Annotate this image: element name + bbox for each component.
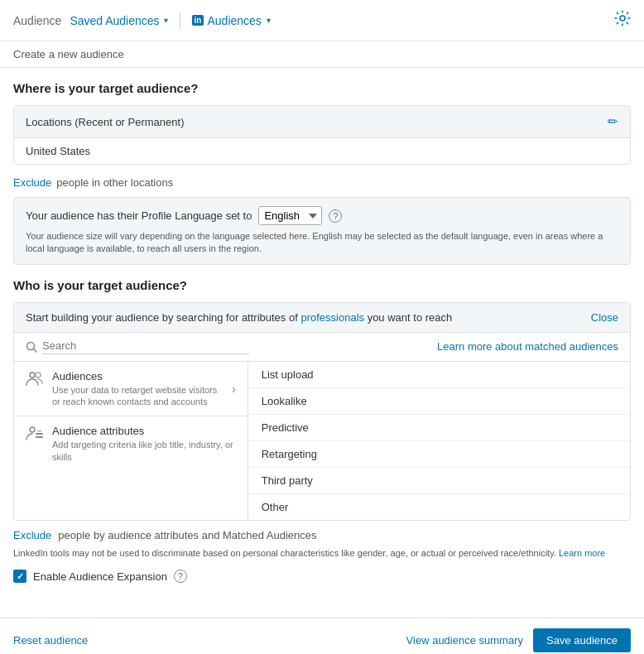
disclaimer-learn-more-link[interactable]: Learn more bbox=[559, 548, 605, 558]
linkedin-icon: in bbox=[192, 15, 204, 26]
right-item-predictive[interactable]: Predictive bbox=[248, 415, 630, 441]
where-title: Where is your target audience? bbox=[13, 81, 631, 95]
search-row: Learn more about matched audiences bbox=[14, 333, 630, 362]
svg-line-2 bbox=[34, 349, 37, 352]
create-new-label: Create a new audience bbox=[0, 41, 644, 68]
audience-attributes-category-text: Audience attributes Add targeting criter… bbox=[52, 425, 236, 463]
saved-audiences-chevron-icon: ▾ bbox=[164, 16, 168, 25]
exclude-audience-row: Exclude people by audience attributes an… bbox=[13, 521, 631, 546]
save-audience-button[interactable]: Save audience bbox=[533, 628, 631, 652]
reset-audience-button[interactable]: Reset audience bbox=[13, 634, 88, 647]
header-left: Audience Saved Audiences ▾ in Audiences … bbox=[13, 12, 271, 29]
search-header-highlight: professionals bbox=[300, 311, 364, 324]
right-item-list-upload[interactable]: List upload bbox=[248, 362, 630, 388]
linkedin-audiences-chevron-icon: ▾ bbox=[267, 16, 271, 25]
audience-attributes-cat-desc: Add targeting criteria like job title, i… bbox=[52, 439, 236, 463]
audience-attributes-cat-title: Audience attributes bbox=[52, 425, 236, 437]
audiences-cat-title: Audiences bbox=[52, 370, 223, 382]
svg-point-3 bbox=[30, 373, 35, 377]
svg-point-5 bbox=[30, 427, 35, 432]
who-title: Who is your target audience? bbox=[13, 278, 631, 292]
audiences-icon bbox=[26, 371, 44, 386]
right-item-lookalike[interactable]: Lookalike bbox=[248, 388, 630, 415]
svg-rect-7 bbox=[36, 436, 43, 438]
audiences-category-text: Audiences Use your data to retarget webs… bbox=[52, 370, 223, 408]
right-item-retargeting[interactable]: Retargeting bbox=[248, 441, 630, 468]
exclude-location-row: Exclude people in other locations bbox=[13, 173, 631, 197]
language-select[interactable]: English French German Spanish bbox=[258, 206, 322, 225]
location-box: Locations (Recent or Permanent) ✏ United… bbox=[13, 105, 631, 165]
exclude-audience-link[interactable]: Exclude bbox=[13, 529, 51, 541]
search-icon bbox=[26, 341, 37, 353]
location-value: United States bbox=[14, 138, 630, 164]
settings-button[interactable] bbox=[614, 10, 631, 31]
svg-point-0 bbox=[620, 16, 625, 21]
audience-attributes-category-item[interactable]: Audience attributes Add targeting criter… bbox=[14, 416, 248, 471]
saved-audiences-label: Saved Audiences bbox=[70, 14, 159, 27]
search-header: Start building your audience by searchin… bbox=[14, 303, 630, 333]
left-categories: Audiences Use your data to retarget webs… bbox=[14, 362, 248, 520]
location-header: Locations (Recent or Permanent) ✏ bbox=[14, 106, 630, 138]
header-divider bbox=[180, 12, 180, 29]
footer-right: View audience summary Save audience bbox=[406, 628, 631, 652]
audiences-cat-desc: Use your data to retarget website visito… bbox=[52, 384, 223, 408]
right-item-other[interactable]: Other bbox=[248, 494, 630, 520]
language-box: Your audience has their Profile Language… bbox=[13, 197, 631, 265]
exclude-location-link[interactable]: Exclude bbox=[13, 176, 51, 189]
right-item-third-party[interactable]: Third party bbox=[248, 468, 630, 494]
exclude-location-text: people in other locations bbox=[56, 176, 173, 189]
where-section: Where is your target audience? Locations… bbox=[13, 81, 631, 265]
expansion-label: Enable Audience Expansion bbox=[33, 570, 167, 583]
audience-attributes-category-inner: Audience attributes Add targeting criter… bbox=[26, 425, 236, 463]
expansion-help-icon[interactable]: ? bbox=[174, 570, 187, 583]
enable-expansion-row: Enable Audience Expansion ? bbox=[13, 570, 631, 583]
location-header-title: Locations (Recent or Permanent) bbox=[26, 116, 184, 128]
right-categories: List upload Lookalike Predictive Retarge… bbox=[248, 362, 630, 520]
learn-more-matched-audiences-link[interactable]: Learn more about matched audiences bbox=[437, 340, 618, 353]
audiences-cat-icon bbox=[26, 371, 44, 390]
search-header-text: Start building your audience by searchin… bbox=[26, 311, 452, 324]
expansion-checkbox[interactable] bbox=[13, 570, 26, 583]
footer: Reset audience View audience summary Sav… bbox=[0, 618, 644, 654]
view-summary-button[interactable]: View audience summary bbox=[406, 634, 523, 647]
linkedin-audiences-label: Audiences bbox=[207, 14, 261, 27]
audience-label: Audience bbox=[13, 14, 61, 27]
exclude-audience-text: people by audience attributes and Matche… bbox=[58, 529, 316, 541]
audiences-chevron-icon: › bbox=[232, 382, 236, 396]
audiences-category-item[interactable]: Audiences Use your data to retarget webs… bbox=[14, 362, 248, 417]
search-input-wrap bbox=[26, 339, 437, 354]
disclaimer-text: LinkedIn tools may not be used to discri… bbox=[13, 548, 556, 558]
close-button[interactable]: Close bbox=[591, 311, 618, 324]
svg-rect-8 bbox=[37, 430, 41, 432]
disclaimer: LinkedIn tools may not be used to discri… bbox=[13, 546, 631, 560]
svg-rect-6 bbox=[36, 433, 43, 435]
categories-pane: Audiences Use your data to retarget webs… bbox=[14, 362, 630, 520]
audience-attributes-icon bbox=[26, 426, 44, 440]
linkedin-audiences-button[interactable]: in Audiences ▾ bbox=[192, 14, 271, 27]
audience-attributes-cat-icon bbox=[26, 426, 44, 445]
svg-point-4 bbox=[36, 373, 41, 377]
language-note: Your audience size will vary depending o… bbox=[26, 230, 618, 256]
search-input[interactable] bbox=[42, 339, 249, 354]
page-header: Audience Saved Audiences ▾ in Audiences … bbox=[0, 0, 644, 41]
main-content: Where is your target audience? Locations… bbox=[0, 68, 644, 609]
audience-search-box: Start building your audience by searchin… bbox=[13, 302, 631, 521]
language-prefix: Your audience has their Profile Language… bbox=[26, 209, 252, 222]
audiences-category-inner: Audiences Use your data to retarget webs… bbox=[26, 370, 223, 408]
gear-icon bbox=[614, 10, 631, 26]
language-row: Your audience has their Profile Language… bbox=[26, 206, 618, 225]
saved-audiences-button[interactable]: Saved Audiences ▾ bbox=[70, 14, 167, 27]
who-section: Who is your target audience? Start build… bbox=[13, 278, 631, 560]
language-help-icon[interactable]: ? bbox=[329, 209, 342, 223]
edit-location-icon[interactable]: ✏ bbox=[608, 114, 618, 129]
